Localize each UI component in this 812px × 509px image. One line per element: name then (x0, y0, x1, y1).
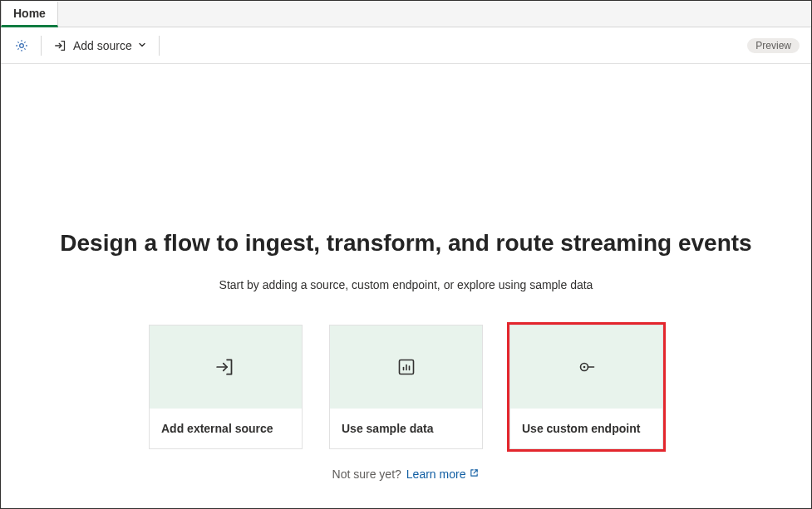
preview-badge: Preview (747, 38, 800, 53)
helper-text: Not sure yet? (332, 467, 401, 481)
divider (41, 36, 42, 56)
svg-point-3 (583, 366, 585, 369)
card-add-external-source[interactable]: Add external source (149, 325, 303, 449)
hero-area: Design a flow to ingest, transform, and … (1, 64, 811, 508)
learn-more-label: Learn more (406, 467, 466, 481)
card-icon-area (150, 325, 302, 409)
card-label: Use sample data (342, 422, 434, 435)
tab-home-label: Home (13, 7, 46, 20)
add-source-label: Add source (73, 39, 132, 52)
card-label-area: Use custom endpoint (510, 409, 662, 448)
divider (159, 36, 160, 56)
add-source-icon (215, 356, 237, 378)
settings-button[interactable] (7, 32, 36, 59)
svg-point-0 (20, 43, 24, 47)
option-cards-row: Add external source Use sample data (149, 325, 663, 449)
add-source-icon (53, 38, 68, 53)
card-label-area: Add external source (150, 409, 302, 448)
card-use-custom-endpoint[interactable]: Use custom endpoint (509, 325, 663, 449)
learn-more-link[interactable]: Learn more (406, 467, 480, 481)
chevron-down-icon (137, 39, 147, 52)
card-icon-area (510, 325, 662, 409)
gear-icon (14, 38, 29, 53)
sample-data-icon (396, 357, 416, 377)
add-source-button[interactable]: Add source (47, 32, 154, 59)
card-label-area: Use sample data (330, 409, 482, 448)
tab-strip: Home (1, 1, 811, 27)
command-bar: Add source Preview (1, 27, 811, 64)
page-subtitle: Start by adding a source, custom endpoin… (219, 278, 593, 291)
helper-row: Not sure yet? Learn more (332, 467, 480, 481)
card-label: Use custom endpoint (522, 422, 640, 435)
card-icon-area (330, 325, 482, 409)
card-use-sample-data[interactable]: Use sample data (329, 325, 483, 449)
external-link-icon (469, 467, 480, 481)
custom-endpoint-icon (577, 357, 597, 377)
card-label: Add external source (161, 422, 273, 435)
tab-home[interactable]: Home (1, 2, 58, 27)
page-title: Design a flow to ingest, transform, and … (60, 230, 751, 257)
